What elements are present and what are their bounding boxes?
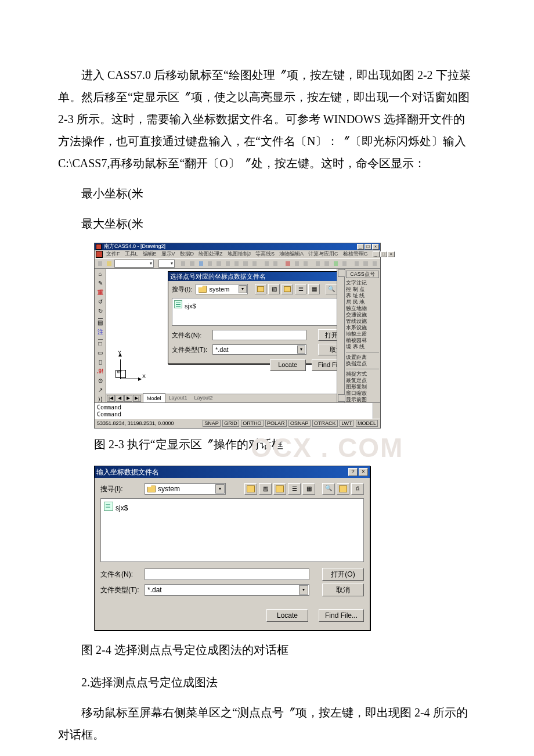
status-osnap[interactable]: OSNAP [288,420,311,427]
search-button[interactable] [326,284,337,294]
left-tool[interactable]: ✎ [96,279,104,287]
fav-button[interactable] [337,483,349,495]
panel-item[interactable]: 最复定点 [346,377,379,384]
filename-input[interactable] [212,330,306,340]
status-ortho[interactable]: ORTHO [241,420,263,427]
tool-btn[interactable] [341,260,348,268]
tab-nav-first[interactable]: |◀ [107,395,115,402]
menubar[interactable]: 文件F 工具L 编辑E 显示V 数据D 绘图处理Z 地图绘制J 等高线S 地物编… [95,250,380,258]
left-tool[interactable]: ▤ [96,319,104,327]
status-grid[interactable]: GRID [222,420,239,427]
search-button[interactable] [322,483,335,495]
doc-close-button[interactable]: × [388,251,395,257]
dialog-help-button[interactable]: ? [348,468,358,476]
tool-btn[interactable] [263,260,270,268]
color-dropdown[interactable] [158,260,175,268]
panel-item[interactable]: 文字注记 [346,280,379,286]
layer-dropdown[interactable] [114,260,154,268]
doc-min-button[interactable]: _ [373,251,380,257]
chevron-down-icon[interactable]: ▾ [215,484,225,494]
tool-btn[interactable] [362,260,369,268]
menu-file[interactable]: 文件F [106,249,120,259]
status-model[interactable]: MODEL [356,420,378,427]
menu-draw[interactable]: 绘图处理Z [199,249,223,259]
menu-calc[interactable]: 计算与应用C [308,249,338,259]
left-tool[interactable]: ↗ [96,386,104,394]
filename-input[interactable] [145,568,309,580]
left-tool[interactable] [96,316,104,318]
tab-nav-last[interactable]: ▶| [133,395,141,402]
menu-data[interactable]: 数据D [180,249,194,259]
tool-btn[interactable] [224,260,232,268]
command-line[interactable]: Command Command [95,402,380,419]
detail-view-button[interactable]: ▦ [302,483,315,495]
tool-btn[interactable] [314,260,322,268]
panel-item[interactable]: 图形复制 [346,384,379,390]
panel-item[interactable]: 水系设施 [346,325,379,331]
left-tool[interactable]: 注 [96,328,104,336]
desktop-button[interactable]: ▨ [268,284,280,294]
lookin-select[interactable]: system ▾ [145,483,226,495]
tool-btn[interactable] [293,260,301,268]
tab-nav-prev[interactable]: ◀ [116,395,124,402]
detail-view-button[interactable]: ▦ [308,284,320,294]
chevron-down-icon[interactable]: ▾ [297,345,305,354]
tool-btn[interactable] [272,260,279,268]
status-lwt[interactable]: LWT [340,420,353,427]
tool-btn[interactable] [332,260,340,268]
left-tool[interactable]: □ [96,340,104,348]
menu-view[interactable]: 显示V [161,249,175,259]
left-tool[interactable]: ⌷ [96,358,104,366]
cancel-button[interactable]: 取消 [322,584,364,596]
tool-btn[interactable] [105,260,113,268]
tool-btn[interactable] [371,260,378,268]
tab-layout2[interactable]: Layout2 [191,393,217,402]
close-button[interactable]: × [372,244,379,250]
menu-tools[interactable]: 工具L [125,249,138,259]
left-tool[interactable]: ↺ [96,298,104,306]
panel-item[interactable]: 控 制 点 [346,286,379,293]
tab-layout1[interactable]: Layout1 [165,393,191,402]
tab-model[interactable]: Model [143,393,165,402]
panel-item[interactable]: 捕捉方式 [346,371,379,377]
menu-edit[interactable]: 编辑E [143,249,157,259]
panel-item[interactable]: 界 址 线 [346,293,379,299]
tool-btn[interactable] [284,260,291,268]
chevron-down-icon[interactable]: ▾ [239,285,247,293]
menu-feature[interactable]: 地物编辑A [279,249,304,259]
left-tool[interactable]: ⌂ [96,270,104,278]
dialog-close-button[interactable]: × [359,468,368,476]
tool-btn[interactable] [323,260,330,268]
up-folder-button[interactable] [244,483,257,495]
file-list[interactable]: sjx$ [100,498,364,562]
left-tool[interactable] [96,337,104,339]
left-tool[interactable]: ↻ [96,307,104,315]
open-button[interactable]: 打开(O) [322,568,364,581]
filetype-select[interactable]: *.dat ▾ [145,584,309,596]
new-folder-button[interactable] [273,483,286,495]
locate-button[interactable]: Locate [266,609,308,622]
up-folder-button[interactable] [255,284,266,294]
cancel-button[interactable]: 取消 [318,344,337,355]
status-otrack[interactable]: OTRACK [312,420,338,427]
tool-btn[interactable] [188,260,196,268]
panel-item[interactable]: 独立地物 [346,305,379,312]
filetype-select[interactable]: *.dat ▾ [212,344,306,355]
tool-btn[interactable] [233,260,240,268]
file-item[interactable]: sjx$ [185,300,196,312]
panel-item[interactable]: 地貌土质 [346,331,379,337]
panel-item[interactable]: 交通设施 [346,312,379,318]
left-tool[interactable]: .9! [96,368,104,376]
tool-btn[interactable] [215,260,222,268]
tool-btn[interactable] [251,260,258,268]
left-tool[interactable]: ▭ [96,349,104,357]
tool-button[interactable]: ⎙ [351,483,364,495]
panel-item[interactable]: 管线设施 [346,318,379,325]
tool-btn[interactable] [302,260,309,268]
doc-max-button[interactable]: □ [380,251,387,257]
tool-btn[interactable] [206,260,214,268]
left-tool[interactable]: 重 [96,289,104,297]
findfile-button[interactable]: Find File... [319,609,364,622]
status-polar[interactable]: POLAR [265,420,287,427]
panel-item[interactable]: 窗口缩放 [346,390,379,397]
